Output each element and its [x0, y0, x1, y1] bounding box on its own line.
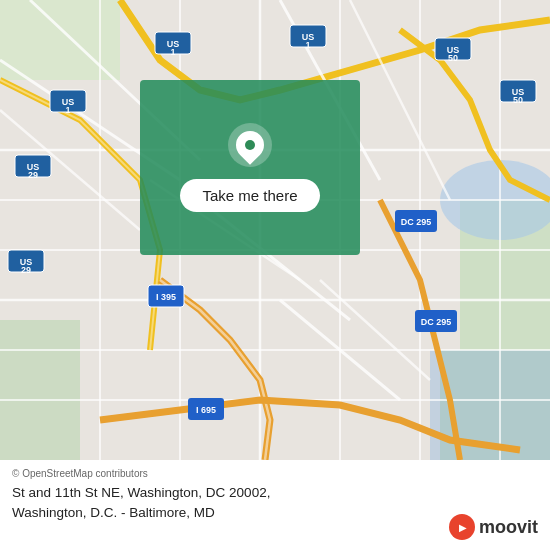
take-me-there-button[interactable]: Take me there: [180, 179, 319, 212]
location-pin-icon: [228, 123, 272, 167]
moovit-logo-icon: [449, 514, 475, 540]
map-container: US 29 US 1 US 1 US 50 US 50 I 395 I 695 …: [0, 0, 550, 460]
svg-text:DC 295: DC 295: [401, 217, 432, 227]
svg-text:29: 29: [21, 265, 31, 275]
map-overlay: Take me there: [140, 80, 360, 255]
svg-text:I 695: I 695: [196, 405, 216, 415]
osm-credit: © OpenStreetMap contributors: [12, 468, 538, 479]
svg-text:1: 1: [65, 105, 70, 115]
svg-rect-3: [0, 320, 80, 460]
moovit-logo-text: moovit: [479, 517, 538, 538]
svg-text:50: 50: [513, 95, 523, 105]
svg-text:1: 1: [170, 47, 175, 57]
svg-text:50: 50: [448, 53, 458, 63]
svg-text:I 395: I 395: [156, 292, 176, 302]
svg-text:1: 1: [305, 40, 310, 50]
footer: © OpenStreetMap contributors St and 11th…: [0, 460, 550, 550]
svg-text:DC 295: DC 295: [421, 317, 452, 327]
address-line1: St and 11th St NE, Washington, DC 20002,: [12, 485, 270, 500]
address-line2: Washington, D.C. - Baltimore, MD: [12, 505, 215, 520]
moovit-logo: moovit: [449, 514, 538, 540]
svg-text:29: 29: [28, 170, 38, 180]
